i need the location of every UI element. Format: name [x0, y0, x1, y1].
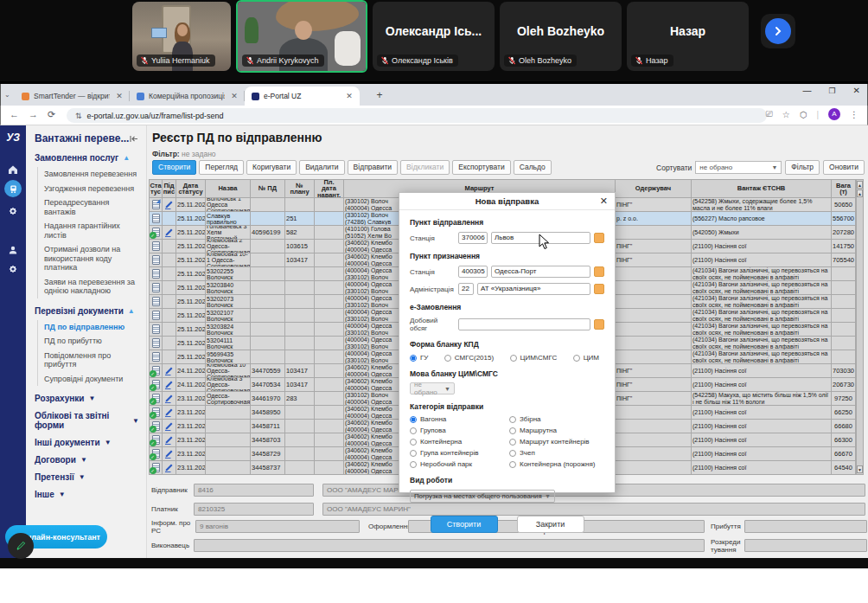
sidebar-section-header[interactable]: Облікові та звітні форми▼: [35, 411, 139, 430]
category-option[interactable]: Збірна: [509, 415, 595, 423]
blank-form-option[interactable]: ЦИМ\СМГС: [510, 354, 558, 362]
sidebar-section-header[interactable]: Інше▼: [35, 490, 139, 499]
sidebar-section-header[interactable]: Договори▼: [35, 455, 139, 465]
restore-button[interactable]: ❐: [829, 87, 836, 95]
table-scrollbar[interactable]: ▲▲▼: [856, 179, 864, 475]
participant-tile[interactable]: Oleh BozheykoOleh Bozheyko: [500, 2, 622, 71]
scroll-up-icon[interactable]: ▲: [857, 181, 863, 189]
consultant-pencil-badge[interactable]: [8, 533, 34, 559]
destination-station-lookup-button[interactable]: [594, 266, 604, 277]
sort-select[interactable]: не обрано ▼: [695, 161, 782, 174]
razkred-field[interactable]: [744, 539, 867, 552]
column-header[interactable]: Вантаж ЄТСНВ: [692, 179, 832, 198]
settings-gear-icon[interactable]: [0, 260, 26, 279]
new-tab-button[interactable]: +: [373, 89, 386, 103]
modal-close-icon[interactable]: ✕: [600, 196, 608, 207]
payer-name-field[interactable]: ООО "АМАДЕУС МАРИН": [322, 503, 865, 516]
sidebar-item[interactable]: Надання гарантійних листів: [44, 219, 139, 242]
category-option[interactable]: Маршрутна: [509, 427, 595, 434]
toolbar-button[interactable]: Видалити: [299, 160, 344, 175]
participant-tile[interactable]: Yuliia Hermaniuk: [132, 2, 231, 71]
freight-icon[interactable]: [0, 179, 26, 198]
column-header[interactable]: № ПД: [251, 179, 285, 198]
sidebar-item[interactable]: ПД по відправленню: [44, 320, 139, 335]
profile-icon[interactable]: [0, 241, 26, 260]
sidebar-section-header[interactable]: Інші документи▼: [35, 438, 139, 447]
sidebar-section-header[interactable]: Розрахунки▼: [35, 394, 139, 403]
services-gear-icon[interactable]: [0, 202, 26, 221]
collapse-sidebar-icon[interactable]: [130, 135, 139, 143]
sidebar-item[interactable]: ПД по прибуттю: [44, 334, 139, 349]
payer-code-field[interactable]: 8210325: [194, 503, 314, 516]
sidebar-item[interactable]: Заяви на перевезення за однією накладною: [44, 275, 139, 298]
work-type-select[interactable]: Погрузка на местах общего пользования ▼: [410, 490, 555, 503]
sidebar-section-header[interactable]: Перевізні документи▲: [35, 306, 139, 316]
column-header[interactable]: № плану: [285, 179, 315, 198]
toolbar-button[interactable]: Коригувати: [246, 160, 297, 175]
category-option[interactable]: Контейнерна: [410, 438, 509, 446]
rs-field[interactable]: 9 вагонів: [195, 520, 360, 533]
category-option[interactable]: Контейнерна (порожня): [509, 460, 595, 468]
toolbar-button[interactable]: Відправити: [348, 160, 398, 175]
site-info-icon[interactable]: ⇅: [75, 112, 82, 120]
extensions-icon[interactable]: ⬡: [800, 110, 807, 119]
back-icon[interactable]: ←: [10, 109, 19, 119]
create-button[interactable]: Створити: [431, 516, 498, 533]
column-header[interactable]: Одержувач: [616, 179, 692, 198]
sidebar-item[interactable]: Узгодження перевезення: [44, 182, 139, 196]
home-icon[interactable]: [0, 160, 26, 179]
toolbar-button[interactable]: Створити: [152, 160, 196, 175]
blank-form-option[interactable]: ЦИМ: [573, 354, 599, 362]
volume-input[interactable]: [458, 318, 590, 330]
blank-form-option[interactable]: СМГС(2015): [444, 354, 494, 362]
browser-tab[interactable]: Комерційна пропозиція✕: [130, 87, 245, 106]
tab-close-icon[interactable]: ✕: [344, 92, 354, 100]
scroll-up-icon[interactable]: ▲: [857, 189, 863, 197]
category-option[interactable]: Групова: [410, 427, 509, 434]
toolbar-button[interactable]: Перегляд: [199, 160, 244, 175]
next-participants-button[interactable]: [765, 18, 791, 44]
profile-avatar[interactable]: A: [828, 108, 840, 120]
sender-code-field[interactable]: 8416: [194, 484, 314, 497]
refresh-button[interactable]: Оновити: [823, 160, 865, 175]
column-header[interactable]: Дата статусу: [176, 179, 206, 198]
sidebar-item[interactable]: Отримані дозволи на використання коду пл…: [44, 242, 139, 275]
cast-icon[interactable]: ⎚: [766, 109, 773, 119]
sidebar-item[interactable]: Переадресування вантажів: [44, 196, 139, 219]
column-header[interactable]: Ста тус: [149, 179, 163, 198]
menu-icon[interactable]: ⋮: [850, 110, 858, 119]
toolbar-button[interactable]: Сальдо: [514, 160, 552, 175]
admin-code-input[interactable]: 22: [458, 283, 474, 295]
destination-station-name-input[interactable]: Одесса-Порт: [491, 266, 590, 278]
close-modal-button[interactable]: Закрити: [517, 516, 584, 533]
column-header[interactable]: Назва: [206, 179, 251, 198]
sidebar-section-header[interactable]: Замовлення послуг▲: [35, 153, 139, 163]
category-option[interactable]: Неробочий парк: [410, 460, 509, 468]
column-header[interactable]: Під пис: [163, 179, 176, 198]
destination-station-code-input[interactable]: 400305: [458, 266, 488, 278]
participant-tile[interactable]: Олександр Ісь...Олександр Іськів: [373, 2, 495, 71]
volume-lookup-button[interactable]: [594, 319, 604, 330]
scroll-down-icon[interactable]: ▼: [857, 465, 863, 473]
category-option[interactable]: Вагонна: [410, 415, 509, 423]
sidebar-item[interactable]: Супровідні документи: [44, 372, 139, 387]
admin-lookup-button[interactable]: [594, 284, 604, 294]
tab-close-icon[interactable]: ✕: [229, 92, 239, 100]
filter-button[interactable]: Фільтр: [785, 160, 820, 175]
participant-tile[interactable]: НазарНазар: [627, 2, 749, 71]
tab-close-icon[interactable]: ✕: [114, 92, 124, 100]
category-option[interactable]: Зчеп: [509, 449, 595, 457]
url-field[interactable]: ⇅ e-portal.uz.gov.ua/uz/frame/list-pd-se…: [67, 108, 767, 123]
column-header[interactable]: Вага (т): [832, 179, 856, 198]
browser-tab[interactable]: SmartTender — відкриті тенде✕: [15, 87, 130, 106]
forward-icon[interactable]: →: [29, 109, 38, 119]
participant-tile[interactable]: Andrii Kyrykovych: [236, 0, 367, 73]
departure-station-code-input[interactable]: 370006: [458, 232, 488, 244]
sidebar-section-header[interactable]: Претензії▼: [35, 472, 139, 482]
executor-field[interactable]: [194, 539, 705, 552]
blank-form-option[interactable]: ГУ: [410, 354, 428, 362]
sidebar-item[interactable]: Замовлення перевезення: [44, 167, 139, 182]
close-button[interactable]: ✕: [853, 86, 860, 95]
category-option[interactable]: Група контейнерів: [410, 449, 509, 457]
tab-search-icon[interactable]: ⌄: [4, 91, 10, 99]
